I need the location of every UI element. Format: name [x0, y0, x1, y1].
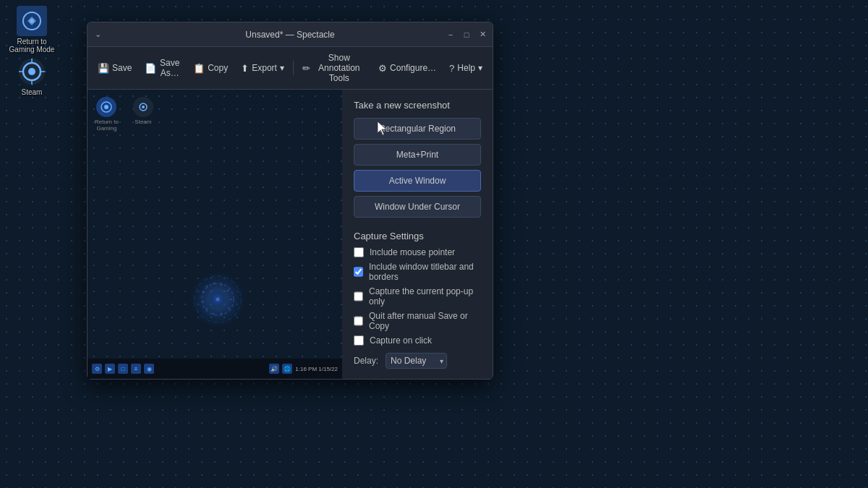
preview-taskbar: ⚙ ▶ □ ≡ ◉ 🔊 🌐 1:16 PM 1/15/22 [88, 359, 342, 379]
spectacle-window: ⌄ Unsaved* — Spectacle − □ ✕ 💾 Save 📄 Sa… [87, 22, 493, 380]
desktop-icon-steam[interactable]: Steam [6, 56, 58, 96]
svg-point-1 [30, 19, 34, 23]
capture-click-label: Capture on click [370, 335, 432, 346]
taskbar-system-icon-2: 🌐 [282, 364, 292, 374]
checkbox-capture-click: Capture on click [354, 335, 481, 346]
minimize-button[interactable]: ⌄ [90, 27, 105, 42]
delay-row: Delay: No Delay 1 Second 2 Seconds 3 Sec… [354, 353, 481, 369]
svg-point-17 [227, 290, 229, 292]
quit-after-checkbox[interactable] [354, 316, 363, 326]
right-panel: Take a new screenshot Rectangular Region… [342, 90, 493, 379]
taskbar-time: 1:16 PM 1/15/22 [295, 366, 338, 372]
annotation-icon: ✏ [302, 63, 310, 74]
svg-point-20 [221, 313, 223, 315]
window-controls: − □ ✕ [443, 27, 490, 42]
desktop-icons: Return toGaming Mode Steam [0, 0, 64, 102]
taskbar-right-area: 🔊 🌐 1:16 PM 1/15/22 [269, 364, 338, 374]
gaming-mode-label: Return toGaming Mode [9, 38, 55, 53]
configure-button[interactable]: ⚙ Configure… [373, 60, 442, 77]
svg-point-23 [203, 301, 205, 303]
svg-point-19 [228, 307, 230, 309]
gaming-mode-icon [17, 6, 47, 36]
preview-gaming-label: Return toGaming [95, 119, 119, 132]
preview-steam-circle [133, 97, 153, 117]
maximize-window-button[interactable]: □ [459, 27, 474, 42]
export-dropdown-arrow: ▾ [280, 63, 284, 73]
preview-steam-label: Steam [135, 119, 151, 125]
window-title: Unsaved* — Spectacle [245, 30, 334, 40]
save-as-icon: 📄 [145, 63, 156, 74]
delay-label: Delay: [354, 356, 378, 366]
popup-label: Capture the current pop-up only [369, 286, 481, 307]
help-button[interactable]: ? Help ▾ [443, 60, 488, 77]
taskbar-icon-4: ≡ [131, 364, 141, 374]
desktop-icon-gaming-mode[interactable]: Return toGaming Mode [6, 6, 58, 53]
preview-gaming-circle [96, 97, 116, 117]
export-button[interactable]: ⬆ Export ▾ [235, 60, 290, 77]
svg-point-16 [221, 284, 223, 286]
screenshot-preview: Return toGaming Steam [88, 90, 342, 379]
export-icon: ⬆ [241, 63, 249, 74]
save-button[interactable]: 💾 Save [92, 60, 137, 77]
svg-point-9 [142, 106, 145, 108]
quit-after-label: Quit after manual Save or Copy [369, 311, 481, 331]
mouse-pointer-checkbox[interactable] [354, 247, 364, 257]
preview-desktop-icons: Return toGaming Steam [95, 97, 153, 132]
taskbar-icon-3: □ [118, 364, 128, 374]
svg-point-22 [206, 308, 208, 310]
help-dropdown-arrow: ▾ [478, 63, 482, 73]
annotation-tools-button[interactable]: ✏ Show Annotation Tools [297, 50, 372, 86]
configure-icon: ⚙ [378, 63, 387, 74]
help-icon: ? [449, 63, 454, 74]
preview-steam-icon: Steam [133, 97, 153, 132]
save-icon: 💾 [98, 63, 109, 74]
titlebar-label: Include window titlebar and borders [369, 262, 481, 282]
meta-print-button[interactable]: Meta+Print [354, 144, 481, 166]
toolbar-separator [293, 61, 294, 75]
titlebar-expand: ⌄ [90, 27, 105, 42]
screenshot-section-title: Take a new screenshot [354, 100, 481, 111]
capture-click-checkbox[interactable] [354, 335, 364, 346]
svg-point-26 [216, 298, 220, 301]
window-toolbar: 💾 Save 📄 Save As… 📋 Copy ⬆ Export ▾ ✏ Sh… [88, 47, 493, 90]
taskbar-icon-2: ▶ [105, 364, 115, 374]
preview-swirl [182, 263, 254, 335]
taskbar-icon-5: ◉ [144, 364, 154, 374]
svg-point-6 [104, 105, 109, 109]
steam-icon [17, 56, 47, 87]
svg-point-4 [28, 68, 35, 75]
titlebar-checkbox[interactable] [354, 267, 363, 277]
capture-settings-title: Capture Settings [354, 231, 481, 241]
window-under-cursor-button[interactable]: Window Under Cursor [354, 196, 481, 218]
preview-background [88, 90, 342, 379]
rectangular-region-button[interactable]: Rectangular Region [354, 118, 481, 140]
mouse-pointer-label: Include mouse pointer [370, 247, 455, 257]
taskbar-icon-1: ⚙ [92, 364, 102, 374]
checkbox-popup: Capture the current pop-up only [354, 286, 481, 307]
taskbar-left-icons: ⚙ ▶ □ ≡ ◉ [92, 364, 154, 374]
preview-gaming-icon: Return toGaming [95, 97, 119, 132]
close-window-button[interactable]: ✕ [475, 27, 490, 42]
steam-label: Steam [22, 88, 43, 96]
checkbox-mouse-pointer: Include mouse pointer [354, 247, 481, 257]
copy-button[interactable]: 📋 Copy [187, 60, 234, 77]
minimize-window-button[interactable]: − [443, 27, 458, 42]
svg-point-14 [206, 286, 208, 288]
svg-point-18 [230, 299, 232, 301]
delay-select-wrapper: No Delay 1 Second 2 Seconds 3 Seconds 5 … [386, 353, 447, 369]
checkbox-titlebar: Include window titlebar and borders [354, 262, 481, 282]
save-as-button[interactable]: 📄 Save As… [139, 55, 186, 81]
checkbox-quit-after: Quit after manual Save or Copy [354, 311, 481, 331]
svg-point-21 [213, 313, 215, 315]
svg-point-15 [213, 283, 216, 285]
copy-icon: 📋 [193, 63, 205, 74]
active-window-button[interactable]: Active Window [354, 170, 481, 192]
taskbar-system-icon-1: 🔊 [269, 364, 279, 374]
delay-select[interactable]: No Delay 1 Second 2 Seconds 3 Seconds 5 … [386, 353, 447, 369]
window-titlebar: ⌄ Unsaved* — Spectacle − □ ✕ [88, 22, 493, 47]
popup-checkbox[interactable] [354, 291, 363, 301]
svg-point-13 [203, 291, 205, 294]
window-content: Return toGaming Steam [88, 90, 493, 379]
